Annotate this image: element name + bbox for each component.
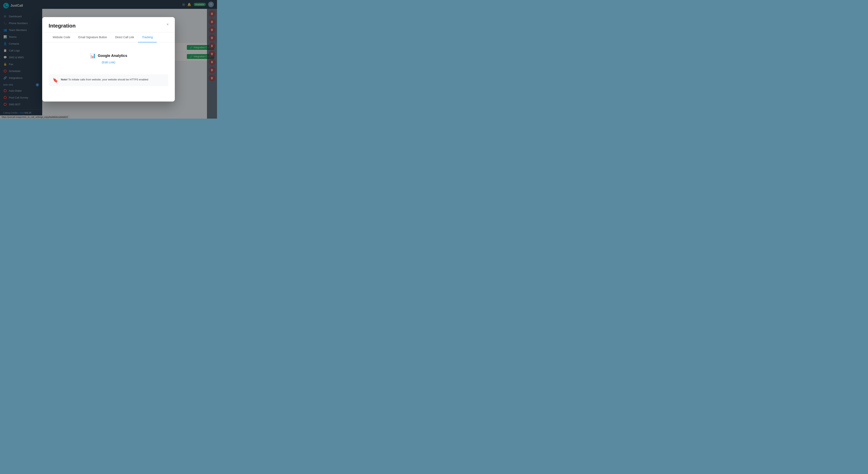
note-bold: Note! bbox=[61, 78, 67, 81]
close-button[interactable]: × bbox=[164, 21, 171, 28]
modal-body: 📊 Google Analytics (Edit Link) 🔖 Note! T… bbox=[42, 42, 175, 93]
tab-tracking[interactable]: Tracking bbox=[138, 32, 157, 42]
analytics-section: 📊 Google Analytics (Edit Link) bbox=[49, 49, 168, 70]
analytics-title: Google Analytics bbox=[98, 54, 127, 58]
analytics-title-row: 📊 Google Analytics bbox=[90, 53, 127, 59]
tab-email-signature[interactable]: Email Signature Button bbox=[74, 32, 111, 42]
tab-website-code[interactable]: Website Code bbox=[49, 32, 74, 42]
note-icon: 🔖 bbox=[53, 78, 58, 83]
modal-overlay[interactable]: Integration × Website Code Email Signatu… bbox=[0, 0, 217, 119]
note-text: Note! To initiate calls from website, yo… bbox=[61, 78, 148, 82]
modal-header: Integration bbox=[42, 17, 175, 32]
note-section: 🔖 Note! To initiate calls from website, … bbox=[49, 75, 168, 86]
tab-direct-call-link[interactable]: Direct Call Link bbox=[111, 32, 138, 42]
modal-title: Integration bbox=[49, 23, 168, 29]
analytics-chart-icon: 📊 bbox=[90, 53, 96, 59]
edit-link[interactable]: (Edit Link) bbox=[102, 60, 115, 64]
integration-modal: Integration × Website Code Email Signatu… bbox=[42, 17, 175, 101]
modal-tabs: Website Code Email Signature Button Dire… bbox=[42, 32, 175, 42]
